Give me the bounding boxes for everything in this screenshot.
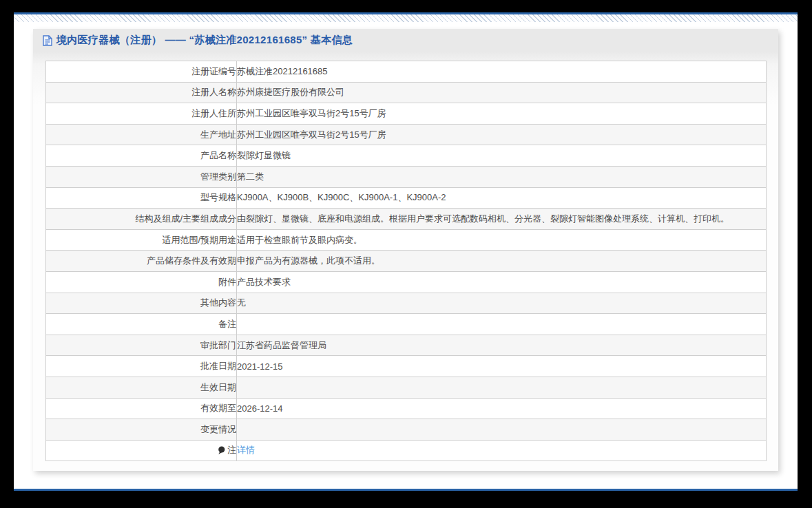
table-row: 产品储存条件及有效期 申报产品为有源器械，此项不适用。 [46,251,767,272]
row-value: 申报产品为有源器械，此项不适用。 [237,251,767,272]
row-label: 产品储存条件及有效期 [46,251,237,272]
row-label: 注册人住所 [46,103,237,125]
row-value: 苏械注准20212161685 [237,61,767,83]
info-card: 境内医疗器械（注册） —— “苏械注准20212161685” 基本信息 注册证… [33,29,778,471]
row-label: 生产地址 [46,124,237,145]
table-row: 批准日期 2021-12-15 [46,356,767,377]
row-label: 适用范围/预期用途 [46,229,237,251]
row-label: 注册人名称 [46,82,237,103]
row-value: KJ900A、KJ900B、KJ900C、KJ900A-1、KJ900A-2 [237,187,767,209]
row-value: 由裂隙灯、显微镜、底座和电源组成。根据用户要求可选配数码相机、分光器、裂隙灯智能… [237,209,767,230]
table-row: 适用范围/预期用途 适用于检查眼前节及眼内病变。 [46,229,767,251]
row-label: 注册证编号 [46,61,237,83]
row-label: 其他内容 [46,293,237,314]
row-label: 附件 [46,271,237,293]
table-row: 生效日期 [46,377,767,398]
row-value [237,419,767,441]
document-icon [43,35,52,46]
row-value: 无 [237,293,767,314]
page-title-text: 境内医疗器械（注册） —— “苏械注准20212161685” 基本信息 [56,34,353,47]
table-row: 其他内容 无 [46,293,767,314]
row-label-text: 注 [227,444,236,456]
row-value: 苏州工业园区唯亭双马街2号15号厂房 [237,124,767,145]
row-value: 裂隙灯显微镜 [237,145,767,167]
table-row: 变更情况 [46,419,767,441]
row-label: 注 [46,440,237,461]
table-row: 型号规格 KJ900A、KJ900B、KJ900C、KJ900A-1、KJ900… [46,187,767,209]
page-frame: 境内医疗器械（注册） —— “苏械注准20212161685” 基本信息 注册证… [14,12,798,491]
page-title: 境内医疗器械（注册） —— “苏械注准20212161685” 基本信息 [33,29,778,52]
table-row: 结构及组成/主要组成成分 由裂隙灯、显微镜、底座和电源组成。根据用户要求可选配数… [46,209,767,230]
row-label: 批准日期 [46,356,237,377]
detail-link[interactable]: 详情 [237,445,255,455]
row-value [237,314,767,335]
table-row-note: 注 详情 [46,440,767,461]
row-value: 江苏省药品监督管理局 [237,335,767,356]
table-row: 附件 产品技术要求 [46,271,767,293]
row-label: 审批部门 [46,335,237,356]
row-label: 产品名称 [46,145,237,167]
row-value: 2026-12-14 [237,398,767,419]
row-value: 2021-12-15 [237,356,767,377]
comment-icon [218,446,225,455]
row-value: 苏州康捷医疗股份有限公司 [237,82,767,103]
table-row: 产品名称 裂隙灯显微镜 [46,145,767,167]
row-value [237,377,767,398]
table-row: 注册人名称 苏州康捷医疗股份有限公司 [46,82,767,103]
row-label: 变更情况 [46,419,237,441]
table-row: 注册人住所 苏州工业园区唯亭双马街2号15号厂房 [46,103,767,125]
table-row: 注册证编号 苏械注准20212161685 [46,61,767,83]
row-label: 结构及组成/主要组成成分 [46,209,237,230]
table-row: 有效期至 2026-12-14 [46,398,767,419]
info-table-container: 注册证编号 苏械注准20212161685 注册人名称 苏州康捷医疗股份有限公司… [45,61,767,461]
row-label: 备注 [46,314,237,335]
row-value: 详情 [237,440,767,461]
row-value: 第二类 [237,166,767,187]
info-table: 注册证编号 苏械注准20212161685 注册人名称 苏州康捷医疗股份有限公司… [45,61,767,461]
row-value: 适用于检查眼前节及眼内病变。 [237,229,767,251]
row-label: 有效期至 [46,398,237,419]
table-row: 备注 [46,314,767,335]
top-hatch-decoration [14,14,798,22]
row-label: 管理类别 [46,166,237,187]
table-row: 管理类别 第二类 [46,166,767,187]
row-label: 生效日期 [46,377,237,398]
table-row: 生产地址 苏州工业园区唯亭双马街2号15号厂房 [46,124,767,145]
table-row: 审批部门 江苏省药品监督管理局 [46,335,767,356]
row-value: 产品技术要求 [237,271,767,293]
row-label: 型号规格 [46,187,237,209]
row-value: 苏州工业园区唯亭双马街2号15号厂房 [237,103,767,125]
